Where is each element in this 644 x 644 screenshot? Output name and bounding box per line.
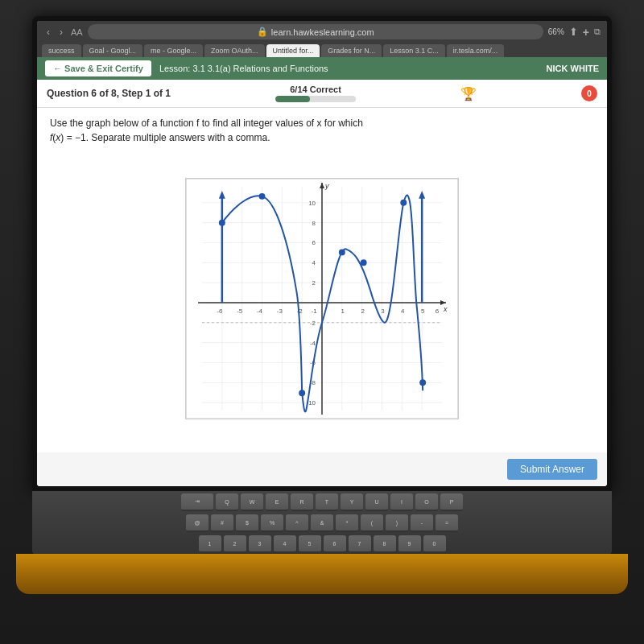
graph-container: x y -6 -5 -4 -3 -2 -1 1 2 3 4: [50, 153, 594, 444]
tab-bar: success Goal - Googl... me - Google... Z…: [37, 43, 607, 57]
save-exit-button[interactable]: ← Save & Exit Certify: [45, 60, 151, 76]
submit-area: Submit Answer: [37, 452, 607, 486]
svg-text:-1: -1: [312, 308, 318, 315]
hawkes-toolbar: ← Save & Exit Certify Lesson: 3.1 3.1(a)…: [37, 57, 607, 80]
key-lparen[interactable]: (: [361, 514, 383, 532]
heart-badge: 0: [581, 85, 597, 101]
tab-me[interactable]: me - Google...: [144, 44, 203, 57]
svg-text:4: 4: [401, 308, 405, 315]
trophy-icon: 🏆: [460, 86, 477, 101]
tab-grades[interactable]: Grades for N...: [321, 44, 382, 57]
svg-point-57: [219, 220, 225, 226]
user-name: NICK WHITE: [547, 64, 599, 73]
question-info: Question 6 of 8, Step 1 of 1: [47, 88, 171, 99]
svg-text:-4: -4: [257, 308, 263, 315]
url-text: learn.hawkeslearning.com: [271, 27, 374, 37]
svg-point-58: [299, 390, 305, 396]
svg-point-61: [400, 200, 407, 206]
svg-text:2: 2: [312, 279, 316, 287]
laptop-bottom-chassis: [16, 554, 628, 594]
svg-text:-6: -6: [217, 308, 223, 315]
content-area: Question 6 of 8, Step 1 of 1 6/14 Correc…: [37, 80, 607, 486]
svg-text:8: 8: [312, 220, 316, 227]
key-percent[interactable]: %: [261, 514, 283, 532]
forward-button[interactable]: ›: [56, 25, 66, 39]
key-dollar[interactable]: $: [236, 514, 258, 532]
svg-text:-2: -2: [297, 308, 303, 315]
key-ampersand[interactable]: &: [311, 514, 333, 532]
share-icon[interactable]: ⬆: [569, 26, 578, 38]
add-tab-button[interactable]: +: [583, 26, 589, 39]
key-4[interactable]: 4: [274, 535, 296, 553]
key-asterisk[interactable]: *: [336, 514, 358, 532]
key-w[interactable]: W: [241, 493, 263, 511]
progress-bar-container: [275, 96, 356, 102]
key-2[interactable]: 2: [224, 535, 246, 553]
key-r[interactable]: R: [291, 493, 313, 511]
reader-icon[interactable]: AA: [71, 27, 83, 37]
progress-bar: [275, 96, 356, 102]
question-body: Use the graph below of a function f to f…: [37, 108, 607, 452]
key-0[interactable]: 0: [423, 535, 446, 553]
progress-fill: [275, 96, 310, 102]
key-minus[interactable]: -: [411, 514, 433, 532]
svg-text:6: 6: [312, 239, 316, 246]
tab-success[interactable]: success: [42, 44, 81, 57]
svg-text:-5: -5: [237, 308, 243, 315]
lock-icon: 🔒: [257, 27, 268, 37]
key-hash[interactable]: #: [211, 514, 233, 532]
key-y[interactable]: Y: [341, 493, 363, 511]
key-e[interactable]: E: [266, 493, 288, 511]
question-header: Question 6 of 8, Step 1 of 1 6/14 Correc…: [37, 80, 607, 108]
key-at[interactable]: @: [186, 514, 208, 532]
key-equals[interactable]: =: [436, 514, 458, 532]
key-u[interactable]: U: [365, 493, 388, 511]
tab-tesla[interactable]: ir.tesla.com/...: [447, 44, 505, 57]
key-8[interactable]: 8: [374, 535, 396, 553]
svg-text:1: 1: [341, 308, 345, 315]
tab-zoom[interactable]: Zoom OAuth...: [204, 44, 265, 57]
key-tab[interactable]: ⇥: [181, 493, 213, 511]
key-3[interactable]: 3: [249, 535, 271, 553]
lesson-title: Lesson: 3.1 3.1(a) Relations and Functio…: [159, 64, 328, 73]
svg-text:10: 10: [308, 200, 316, 207]
submit-button[interactable]: Submit Answer: [507, 459, 597, 480]
key-1[interactable]: 1: [199, 535, 221, 553]
question-text: Use the graph below of a function f to f…: [50, 116, 594, 145]
key-5[interactable]: 5: [299, 535, 321, 553]
function-graph: x y -6 -5 -4 -3 -2 -1 1 2 3 4: [185, 178, 459, 419]
keyboard: ⇥ Q W E R T Y U I O P @ # $ % ^ & * ( ) …: [32, 491, 612, 555]
key-t[interactable]: T: [316, 493, 338, 511]
svg-text:y: y: [324, 182, 329, 190]
svg-point-56: [259, 193, 266, 200]
key-rparen[interactable]: ): [386, 514, 408, 532]
svg-point-62: [419, 379, 426, 386]
score-section: 6/14 Correct: [275, 85, 356, 102]
keyboard-row-3: 1 2 3 4 5 6 7 8 9 0: [199, 535, 446, 553]
svg-point-59: [339, 249, 345, 255]
tab-goal[interactable]: Goal - Googl...: [83, 44, 143, 57]
keyboard-row-2: @ # $ % ^ & * ( ) - =: [186, 514, 458, 532]
score-text: 6/14 Correct: [290, 85, 341, 94]
key-o[interactable]: O: [415, 493, 438, 511]
equation-text: f(x) = −1. Separate multiple answers wit…: [50, 132, 270, 143]
keyboard-row-1: ⇥ Q W E R T Y U I O P: [181, 493, 463, 511]
tabs-overview-button[interactable]: ⧉: [594, 27, 601, 37]
key-i[interactable]: I: [390, 493, 413, 511]
key-9[interactable]: 9: [398, 535, 421, 553]
svg-text:-3: -3: [277, 308, 283, 315]
back-button[interactable]: ‹: [43, 25, 53, 39]
svg-text:5: 5: [421, 308, 425, 315]
key-p[interactable]: P: [440, 493, 463, 511]
svg-text:-4: -4: [310, 340, 316, 347]
tab-untitled[interactable]: Untitled for...: [266, 44, 320, 57]
svg-text:x: x: [443, 305, 448, 313]
key-6[interactable]: 6: [324, 535, 346, 553]
key-caret[interactable]: ^: [286, 514, 308, 532]
wifi-indicator: 66%: [548, 27, 564, 36]
tab-lesson[interactable]: Lesson 3.1 C...: [383, 44, 445, 57]
key-q[interactable]: Q: [216, 493, 238, 511]
key-7[interactable]: 7: [349, 535, 371, 553]
svg-text:3: 3: [381, 308, 385, 315]
address-bar[interactable]: 🔒 learn.hawkeslearning.com: [88, 24, 543, 39]
